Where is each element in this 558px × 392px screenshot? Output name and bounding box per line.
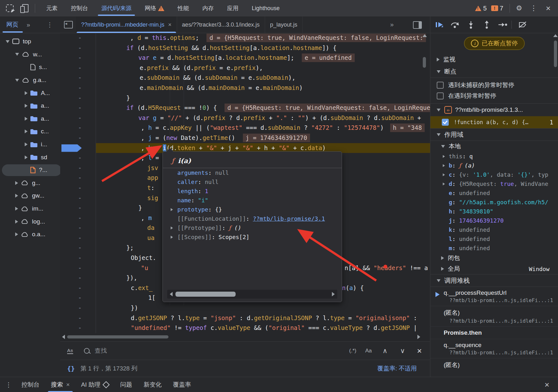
code-row[interactable]: -, h = c.appKey || ("waptest" === d.subD… — [60, 123, 430, 133]
scope-var-l[interactable]: l: undefined — [430, 234, 558, 243]
tooltip-row[interactable]: prototype: {} — [163, 205, 342, 214]
code-gutter[interactable]: - — [60, 313, 96, 323]
code-row[interactable]: -var e = d.hostSetting[a.location.hostna… — [60, 53, 430, 63]
scope-var-m[interactable]: m: undefined — [430, 243, 558, 253]
scrollbar-thumb[interactable] — [67, 335, 168, 338]
call-stack-frame[interactable]: q.__sequence??mtb/lib-promi...n.js,idleF… — [430, 339, 558, 358]
tab-元素[interactable]: 元素 — [40, 0, 64, 16]
scroll-right-icon[interactable] — [332, 292, 335, 296]
code-row[interactable]: -if (d.H5Request === !0) {d = {H5Request… — [60, 103, 430, 113]
page-tree-item-i[interactable]: i... — [0, 138, 60, 151]
code-vertical-scrollbar[interactable] — [422, 34, 427, 349]
code-row[interactable]: -"undefined" != typeof c.valueType && ("… — [60, 323, 430, 333]
scrollbar-thumb[interactable] — [175, 292, 236, 297]
code-gutter[interactable]: - — [60, 43, 96, 53]
code-row[interactable]: -e.mainDomain && (d.mainDomain = e.mainD… — [60, 83, 430, 93]
tooltip-row[interactable]: length: 1 — [163, 187, 342, 196]
code-row[interactable]: -d.getJSONP ? l.type = "jsonp" : d.getOr… — [60, 313, 430, 323]
code-gutter[interactable]: - — [60, 33, 96, 43]
drawer-tab-覆盖率[interactable]: 覆盖率 — [167, 377, 197, 392]
code-gutter[interactable]: - — [60, 53, 96, 63]
page-tree-item-log[interactable]: log... — [0, 215, 60, 228]
code-gutter[interactable]: - — [60, 63, 96, 73]
tooltip-row[interactable]: [[Scopes]]: Scopes[2] — [163, 232, 342, 242]
code-row[interactable]: -}) — [60, 303, 430, 313]
call-stack-frame[interactable]: (匿名)??mtb/lib-promi...n.js,idleFi...:1 — [430, 306, 558, 326]
more-file-tabs-icon[interactable]: » — [390, 21, 393, 28]
tab-源代码/来源[interactable]: 源代码/来源 — [95, 0, 138, 16]
deactivate-breakpoints-button[interactable] — [516, 19, 529, 30]
regex-toggle[interactable]: (.*) — [349, 348, 357, 354]
breakpoint-entry[interactable]: !function a(b, c, d) {… 1 — [430, 116, 558, 128]
scope-var-k[interactable]: k: undefined — [430, 225, 558, 234]
tab-网络[interactable]: 网络 — [138, 0, 171, 16]
code-gutter[interactable]: - — [60, 143, 96, 153]
panel-scrollbar[interactable] — [553, 34, 558, 97]
call-stack-frame[interactable]: (匿名) — [430, 358, 558, 369]
code-gutter[interactable]: - — [60, 213, 96, 223]
code-gutter[interactable]: - — [60, 273, 96, 283]
breakpoint-checkbox[interactable] — [442, 119, 449, 126]
code-gutter[interactable]: - — [60, 233, 96, 243]
close-tab-icon[interactable]: × — [66, 381, 70, 388]
code-gutter[interactable]: - — [60, 283, 96, 293]
scope-var-e[interactable]: e: undefined — [430, 188, 558, 198]
replace-toggle-icon[interactable]: AB — [67, 348, 73, 354]
code-gutter[interactable]: - — [60, 173, 96, 183]
file-tab[interactable]: aes/??tracker/3...3.0.1/index.js — [177, 16, 265, 33]
code-gutter[interactable]: - — [60, 243, 96, 253]
page-tree-item-oa[interactable]: o.a... — [0, 228, 60, 241]
find-close-button[interactable]: × — [417, 346, 422, 356]
scope-var-c[interactable]: c: {v: '1.0', data: '{}', typ — [430, 170, 558, 179]
page-tree-item-a[interactable]: a... — [0, 112, 60, 125]
scope-group-closure[interactable]: 闭包 — [430, 253, 558, 263]
page-tree-item-w[interactable]: w... — [0, 48, 60, 61]
checkbox-icon[interactable] — [437, 82, 444, 89]
page-tree-item-s[interactable]: s... — [0, 61, 60, 74]
inspect-icon[interactable] — [5, 3, 15, 13]
scope-group-local[interactable]: 本地 — [430, 141, 558, 152]
code-horizontal-scrollbar[interactable] — [60, 334, 430, 339]
close-tab-icon[interactable]: × — [168, 22, 172, 28]
close-icon[interactable]: × — [543, 3, 554, 14]
tooltip-row[interactable]: [[Prototype]]: ƒ () — [163, 223, 342, 232]
tab-应用[interactable]: 应用 — [220, 0, 245, 16]
tab-Lighthouse[interactable]: Lighthouse — [245, 0, 286, 16]
more-menu-icon[interactable]: ⋮ — [528, 3, 539, 14]
code-gutter[interactable]: - — [60, 113, 96, 123]
code-gutter[interactable]: - — [60, 203, 96, 213]
pause-uncaught-option[interactable]: 遇到未捕获的异常时暂停 — [430, 80, 558, 91]
match-case-toggle[interactable]: Aa — [365, 348, 372, 354]
scope-var-g[interactable]: g: "//h5api.m.goofish.com/h5/ — [430, 198, 558, 207]
drawer-tab-控制台[interactable]: 控制台 — [16, 377, 45, 392]
section-breakpoints[interactable]: 断点 — [430, 66, 558, 78]
find-next-button[interactable]: ∨ — [400, 347, 405, 355]
call-stack-frame[interactable]: Promise.then — [430, 326, 558, 339]
device-toolbar-icon[interactable] — [20, 3, 29, 13]
section-scope[interactable]: 作用域 — [430, 129, 558, 141]
code-gutter[interactable]: - — [60, 303, 96, 313]
code-row[interactable]: -, d = this.options;d = {H5Request: true… — [60, 33, 430, 43]
page-tree-item-ga[interactable]: g.a... — [0, 74, 60, 87]
resume-button[interactable] — [432, 19, 446, 30]
code-gutter[interactable]: - — [60, 123, 96, 133]
code-gutter[interactable]: - — [60, 103, 96, 113]
code-gutter[interactable]: - — [60, 193, 96, 203]
find-previous-button[interactable]: ∧ — [383, 347, 387, 355]
file-tab[interactable]: ??mtb/lib-promi...mbedder-min.js× — [76, 16, 177, 33]
scope-var-j[interactable]: j: 1746346391270 — [430, 216, 558, 225]
gear-icon[interactable]: ⚙ — [514, 3, 524, 14]
code-row[interactable]: -e.subDomain && (d.subDomain = e.subDoma… — [60, 73, 430, 83]
tooltip-horizontal-scrollbar[interactable] — [167, 290, 337, 299]
section-watch[interactable]: 监视 — [430, 54, 558, 66]
page-tree-item-[interactable]: ?... — [0, 164, 60, 177]
code-row[interactable]: -, j = (new Date).getTime()j = 174634639… — [60, 133, 430, 143]
page-tree-item-c[interactable]: c... — [0, 125, 60, 138]
code-gutter[interactable]: - — [60, 163, 96, 173]
pause-exceptions-option[interactable]: 在遇到异常时暂停 — [430, 91, 558, 101]
issues-badge[interactable]: ! 7 — [491, 5, 503, 12]
collapse-sidebar-icon[interactable] — [64, 21, 73, 28]
code-gutter[interactable]: - — [60, 253, 96, 263]
page-tree-item-sd[interactable]: sd — [0, 151, 60, 164]
scrollbar-thumb[interactable] — [554, 41, 557, 67]
